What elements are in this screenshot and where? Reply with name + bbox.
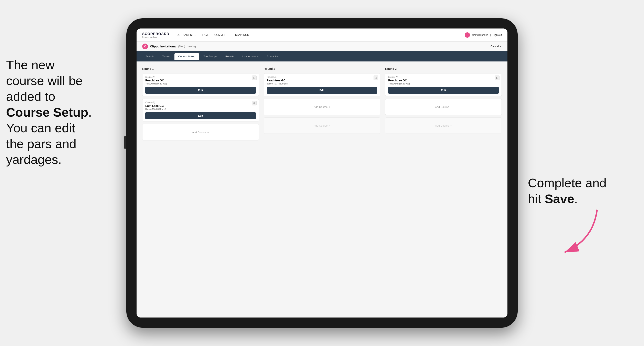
round-2-add-course-symbol: + — [329, 105, 330, 109]
round-1-course-a-name: Peachtree GC — [145, 79, 256, 82]
round-2-label: Round 2 — [264, 67, 380, 70]
tournament-name: Clippd Invitational — [150, 45, 176, 48]
round-2-course-a-delete[interactable]: ⊟ — [374, 75, 378, 80]
round-2-course-a-name: Peachtree GC — [267, 79, 377, 82]
round-1-course-b-name: East Lake GC — [145, 104, 256, 107]
round-1-course-b-badge: (Course B) — [145, 101, 256, 104]
logo-area: SCOREBOARD Powered by clippd — [142, 32, 169, 38]
round-3-add-course-symbol: + — [450, 105, 452, 109]
round-3-course-a-edit[interactable]: Edit — [388, 87, 499, 94]
tab-printables[interactable]: Printables — [263, 53, 282, 60]
round-2-add-course[interactable]: Add Course + — [264, 99, 380, 115]
round-3-add-course-disabled: Add Course + — [385, 117, 502, 134]
round-2-course-a-badge: (Course A) — [267, 76, 377, 78]
round-2-course-a-tee: Yellow (M) (6629 yds) — [267, 82, 377, 85]
round-2-course-a-edit[interactable]: Edit — [267, 87, 377, 94]
tournament-logo: C — [142, 43, 148, 49]
round-3-add-course[interactable]: Add Course + — [385, 99, 502, 115]
round-3-add-course-label: Add Course — [435, 105, 449, 109]
nav-tournaments[interactable]: TOURNAMENTS — [175, 32, 196, 37]
round-3-course-a-badge: (Course A) — [388, 76, 499, 78]
round-1-column: Round 1 (Course A) Peachtree GC Yellow (… — [142, 67, 259, 143]
round-1-course-a-card: (Course A) Peachtree GC Yellow (M) (6629… — [142, 73, 259, 96]
round-1-add-course-label: Add Course — [192, 131, 206, 134]
round-3-add-course-disabled-label: Add Course — [435, 124, 449, 127]
tournament-bar: C Clippd Invitational (Men) Hosting Canc… — [136, 41, 508, 51]
round-1-label: Round 1 — [142, 67, 259, 70]
nav-links: TOURNAMENTS TEAMS COMMITTEE RANKINGS — [175, 32, 465, 37]
round-1-course-a-tee: Yellow (M) (6629 yds) — [145, 82, 256, 85]
main-content: Round 1 (Course A) Peachtree GC Yellow (… — [136, 61, 508, 318]
round-1-course-a-badge: (Course A) — [145, 76, 256, 78]
round-3-column: Round 3 (Course A) Peachtree GC Yellow (… — [385, 67, 502, 143]
tab-results[interactable]: Results — [222, 53, 238, 60]
logo-sub: Powered by clippd — [142, 36, 169, 38]
nav-user: blair@clippd.io | Sign out — [465, 32, 502, 38]
round-3-add-course-disabled-symbol: + — [450, 124, 452, 127]
round-1-course-a-edit[interactable]: Edit — [145, 87, 256, 94]
round-3-course-a-delete[interactable]: ⊟ — [495, 75, 500, 80]
nav-rankings[interactable]: RANKINGS — [235, 32, 249, 37]
round-3-course-a-name: Peachtree GC — [388, 79, 499, 82]
tournament-division: (Men) — [178, 45, 185, 48]
sign-out-link[interactable]: Sign out — [493, 34, 502, 36]
tournament-status: Hosting — [188, 45, 196, 48]
round-3-label: Round 3 — [385, 67, 502, 70]
top-nav: SCOREBOARD Powered by clippd TOURNAMENTS… — [136, 28, 508, 41]
round-1-add-course-symbol: + — [208, 131, 209, 134]
arrow-right — [552, 208, 609, 256]
nav-separator: | — [490, 34, 491, 36]
cancel-button[interactable]: Cancel ✕ — [490, 45, 502, 48]
round-3-course-a-tee: Yellow (M) (6629 yds) — [388, 82, 499, 85]
round-1-course-b-edit[interactable]: Edit — [145, 112, 256, 119]
round-2-add-course-disabled-symbol: + — [329, 124, 330, 127]
tabs-bar: Details Teams Course Setup Tee Groups Re… — [136, 51, 508, 61]
round-1-course-b-tee: Black (M) (6891 yds) — [145, 108, 256, 110]
tab-details[interactable]: Details — [142, 53, 158, 60]
tab-leaderboards[interactable]: Leaderboards — [239, 53, 262, 60]
round-1-course-a-delete[interactable]: ⊟ — [252, 75, 256, 80]
tab-course-setup[interactable]: Course Setup — [174, 53, 199, 60]
user-avatar — [465, 32, 470, 38]
round-2-add-course-disabled: Add Course + — [264, 117, 380, 134]
round-2-column: Round 2 (Course A) Peachtree GC Yellow (… — [264, 67, 380, 143]
round-1-course-b-delete[interactable]: ⊟ — [252, 101, 256, 105]
nav-teams[interactable]: TEAMS — [200, 32, 210, 37]
tablet-side-button — [124, 136, 126, 149]
tablet-shell: SCOREBOARD Powered by clippd TOURNAMENTS… — [126, 18, 518, 328]
tablet-screen: SCOREBOARD Powered by clippd TOURNAMENTS… — [136, 28, 508, 318]
round-1-add-course[interactable]: Add Course + — [142, 124, 259, 141]
tab-teams[interactable]: Teams — [158, 53, 174, 60]
round-3-course-a-card: (Course A) Peachtree GC Yellow (M) (6629… — [385, 73, 502, 96]
round-2-course-a-card: (Course A) Peachtree GC Yellow (M) (6629… — [264, 73, 380, 96]
tab-tee-groups[interactable]: Tee Groups — [200, 53, 221, 60]
round-2-add-course-label: Add Course — [314, 105, 328, 109]
user-email: blair@clippd.io — [472, 34, 488, 36]
annotation-right: Complete and hit Save. — [528, 175, 614, 207]
round-1-course-b-card: (Course B) East Lake GC Black (M) (6891 … — [142, 99, 259, 122]
nav-committee[interactable]: COMMITTEE — [214, 32, 230, 37]
rounds-grid: Round 1 (Course A) Peachtree GC Yellow (… — [142, 67, 502, 143]
logo-scoreboard: SCOREBOARD — [142, 32, 169, 36]
round-2-add-course-disabled-label: Add Course — [314, 124, 328, 127]
annotation-left: The new course will be added to Course S… — [6, 57, 120, 168]
